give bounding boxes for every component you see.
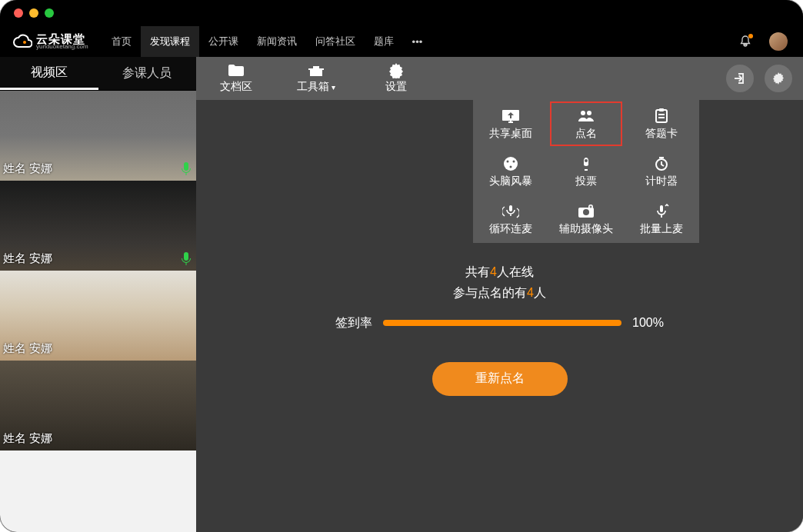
screen-share-icon: [501, 108, 520, 125]
nav-discover[interactable]: 发现课程: [141, 26, 199, 57]
nav-more[interactable]: •••: [403, 26, 432, 57]
avatar[interactable]: [769, 32, 788, 51]
tool-vote[interactable]: 投票: [548, 148, 624, 195]
mic-icon[interactable]: [181, 162, 192, 176]
tab-video-area[interactable]: 视频区: [0, 57, 98, 90]
toolbar-doc-area[interactable]: 文档区: [196, 57, 276, 100]
gear-icon: [388, 63, 404, 78]
tool-answer-card[interactable]: 答题卡: [624, 100, 699, 148]
titlebar: [0, 0, 803, 26]
svg-rect-5: [659, 108, 664, 111]
settings-button[interactable]: [765, 65, 792, 92]
progress-bar: [383, 320, 621, 326]
video-tile-label: 姓名 安娜: [3, 251, 52, 266]
window-close-dot[interactable]: [14, 8, 23, 18]
nav-news[interactable]: 新闻资讯: [248, 26, 306, 57]
restart-rollcall-button[interactable]: 重新点名: [432, 362, 568, 396]
camera-plus-icon: [578, 203, 595, 220]
video-list: 姓名 安娜 姓名 安娜 姓名 安娜 姓名 安娜: [0, 91, 196, 532]
video-tile[interactable]: 姓名 安娜: [0, 181, 196, 271]
film-icon: [503, 155, 518, 172]
cloud-icon: [12, 34, 32, 49]
video-tile-label: 姓名 安娜: [3, 161, 52, 176]
video-tile-label: 姓名 安娜: [3, 431, 52, 446]
logo[interactable]: 云朵课堂 yunduoketang.com: [3, 33, 96, 50]
svg-point-14: [583, 209, 589, 215]
exit-button[interactable]: [726, 65, 754, 92]
toolbox-panel: 共享桌面 点名 答题卡 头脑风暴 投票: [473, 100, 699, 243]
toolbar-settings[interactable]: 设置: [356, 57, 436, 100]
svg-point-8: [513, 160, 515, 162]
signin-rate-row: 签到率 100%: [335, 315, 664, 331]
tool-roll-call[interactable]: 点名: [548, 100, 624, 148]
nav-qa[interactable]: 问答社区: [306, 26, 365, 57]
loop-mic-icon: [502, 203, 519, 220]
svg-rect-4: [656, 110, 667, 122]
svg-point-7: [507, 160, 509, 162]
svg-point-0: [23, 41, 26, 44]
tab-participants[interactable]: 参课人员: [98, 57, 197, 90]
main-area: 文档区 工具箱 设置: [196, 57, 803, 532]
mic-up-icon: [654, 203, 669, 220]
svg-point-10: [585, 159, 588, 162]
app-window: 云朵课堂 yunduoketang.com 首页 发现课程 公开课 新闻资讯 问…: [0, 0, 803, 532]
signin-rate-value: 100%: [632, 316, 664, 330]
svg-point-2: [581, 111, 585, 115]
folder-icon: [228, 63, 245, 78]
toolbar-toolbox[interactable]: 工具箱: [276, 57, 356, 100]
timer-icon: [654, 155, 669, 172]
vote-icon: [578, 155, 594, 172]
video-tile[interactable]: 姓名 安娜: [0, 91, 196, 181]
video-tile[interactable]: 姓名 安娜: [0, 361, 196, 451]
window-minimize-dot[interactable]: [29, 8, 38, 18]
tool-batch-mic[interactable]: 批量上麦: [624, 195, 699, 243]
top-nav: 云朵课堂 yunduoketang.com 首页 发现课程 公开课 新闻资讯 问…: [0, 26, 803, 57]
svg-rect-12: [509, 205, 512, 211]
rollcall-count-line: 参与点名的有4人: [453, 285, 546, 301]
online-count-line: 共有4人在线: [465, 264, 534, 281]
svg-point-6: [504, 157, 518, 171]
tool-brainstorm[interactable]: 头脑风暴: [473, 148, 548, 195]
sidebar-tabs: 视频区 参课人员: [0, 57, 196, 91]
toolbox-icon: [308, 63, 325, 78]
mic-icon[interactable]: [181, 252, 192, 266]
tool-share-desktop[interactable]: 共享桌面: [473, 100, 548, 148]
logo-subtext: yunduoketang.com: [36, 43, 88, 50]
nav-bank[interactable]: 题库: [365, 26, 403, 57]
bell-icon[interactable]: [738, 35, 752, 48]
tool-aux-camera[interactable]: 辅助摄像头: [548, 195, 624, 243]
svg-point-9: [510, 165, 512, 168]
svg-rect-16: [660, 205, 663, 212]
video-tile-label: 姓名 安娜: [3, 341, 52, 356]
signin-rate-label: 签到率: [335, 315, 372, 331]
tool-loop-mic[interactable]: 循环连麦: [473, 195, 548, 243]
nav-open[interactable]: 公开课: [199, 26, 248, 57]
window-maximize-dot[interactable]: [45, 8, 54, 18]
video-tile[interactable]: 姓名 安娜: [0, 271, 196, 361]
sidebar: 视频区 参课人员 姓名 安娜 姓名 安娜 姓名 安娜 姓名 安娜: [0, 57, 196, 532]
people-icon: [577, 108, 595, 125]
svg-point-3: [587, 111, 591, 115]
notification-badge: [748, 34, 753, 38]
clipboard-icon: [654, 108, 669, 125]
main-toolbar: 文档区 工具箱 设置: [196, 57, 803, 100]
nav-home[interactable]: 首页: [102, 26, 141, 57]
tool-timer[interactable]: 计时器: [624, 148, 699, 195]
video-tile-empty: [0, 451, 196, 532]
